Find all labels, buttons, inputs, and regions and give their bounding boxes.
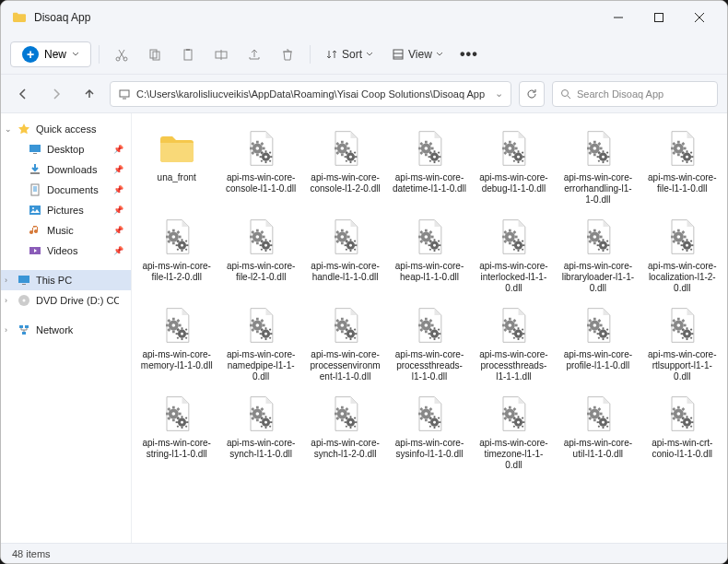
view-button[interactable]: View [384, 46, 451, 63]
svg-rect-407 [677, 318, 680, 321]
chevron-down-icon[interactable]: ⌄ [495, 88, 503, 100]
navigation-pane[interactable]: ⌄ Quick access Desktop📌 Downloads📌 Docum… [1, 113, 132, 543]
sidebar-this-pc[interactable]: › This PC [1, 270, 131, 290]
cut-button[interactable] [107, 40, 136, 69]
svg-rect-230 [515, 236, 518, 239]
file-item[interactable]: api-ms-win-core-handle-l1-1-0.dll [304, 211, 386, 298]
dll-file-icon [323, 303, 368, 347]
file-item[interactable]: api-ms-win-core-heap-l1-1-0.dll [388, 211, 470, 298]
label: Downloads [47, 164, 97, 175]
dll-file-icon [491, 215, 535, 259]
file-item[interactable]: api-ms-win-core-profile-l1-1-0.dll [557, 300, 639, 386]
more-button[interactable]: ••• [454, 40, 484, 69]
file-item[interactable]: api-ms-win-core-util-l1-1-0.dll [557, 388, 639, 475]
up-button[interactable] [76, 81, 102, 107]
refresh-button[interactable] [519, 81, 545, 107]
view-label: View [408, 48, 432, 61]
svg-rect-38 [265, 161, 267, 163]
chevron-down-icon[interactable]: ⌄ [5, 124, 12, 134]
file-name: api-ms-win-core-memory-l1-1-0.dll [139, 349, 214, 382]
sidebar-music[interactable]: Music📌 [1, 220, 131, 241]
svg-rect-528 [593, 419, 596, 422]
file-item[interactable]: api-ms-win-crt-conio-l1-1-0.dll [641, 388, 723, 475]
chevron-right-icon[interactable]: › [5, 325, 7, 335]
paste-button[interactable] [173, 40, 203, 69]
file-item[interactable]: api-ms-win-core-processthreads-l1-1-0.dl… [388, 300, 470, 386]
svg-rect-199 [344, 244, 346, 246]
file-item[interactable]: api-ms-win-core-rtlsupport-l1-1-0.dll [641, 300, 723, 386]
sidebar-documents[interactable]: Documents📌 [1, 180, 131, 200]
file-item[interactable]: api-ms-win-core-processthreads-l1-1-1.dl… [473, 300, 555, 386]
chevron-right-icon[interactable]: › [5, 276, 7, 285]
svg-point-16 [32, 207, 34, 209]
file-item[interactable]: api-ms-win-core-localization-l1-2-0.dll [641, 211, 723, 298]
svg-rect-127 [677, 141, 680, 144]
file-item[interactable]: api-ms-win-core-synch-l1-2-0.dll [304, 388, 386, 475]
svg-rect-130 [684, 147, 687, 150]
sidebar-pictures[interactable]: Pictures📌 [1, 200, 131, 220]
file-item[interactable]: api-ms-win-core-interlocked-l1-1-0.dll [473, 211, 555, 298]
forward-button[interactable] [43, 81, 69, 107]
sort-button[interactable]: Sort [318, 46, 381, 63]
svg-rect-170 [263, 236, 265, 239]
sidebar-dvd-drive[interactable]: › DVD Drive (D:) CCCC [1, 290, 131, 311]
svg-rect-329 [335, 324, 337, 327]
back-button[interactable] [10, 81, 36, 107]
file-item[interactable]: api-ms-win-core-debug-l1-1-0.dll [473, 123, 555, 209]
svg-rect-12 [33, 153, 37, 154]
path-text: C:\Users\karolisliucveikis\AppData\Roami… [136, 88, 485, 100]
file-item[interactable]: api-ms-win-core-sysinfo-l1-1-0.dll [388, 388, 470, 475]
titlebar[interactable]: Disoaq App [1, 1, 727, 34]
file-name: api-ms-win-core-sysinfo-l1-1-0.dll [392, 438, 466, 471]
file-item[interactable]: api-ms-win-core-errorhandling-l1-1-0.dll [557, 123, 639, 209]
file-item[interactable]: api-ms-win-core-synch-l1-1-0.dll [219, 388, 301, 475]
copy-button[interactable] [140, 40, 170, 69]
maximize-button[interactable] [639, 3, 679, 32]
file-item[interactable]: api-ms-win-core-string-l1-1-0.dll [135, 388, 217, 475]
file-item[interactable]: api-ms-win-core-libraryloader-l1-1-0.dll [557, 211, 639, 298]
sidebar-desktop[interactable]: Desktop📌 [1, 139, 131, 159]
minimize-button[interactable] [598, 3, 639, 32]
new-button[interactable]: + New [10, 41, 91, 67]
file-item[interactable]: api-ms-win-core-timezone-l1-1-0.dll [473, 388, 555, 475]
svg-rect-527 [593, 406, 596, 409]
file-item[interactable]: api-ms-win-core-console-l1-1-0.dll [219, 123, 301, 209]
file-item[interactable]: api-ms-win-core-datetime-l1-1-0.dll [388, 123, 470, 209]
close-button[interactable] [679, 3, 720, 32]
file-name: api-ms-win-core-handle-l1-1-0.dll [308, 261, 382, 294]
file-item[interactable]: api-ms-win-core-memory-l1-1-0.dll [135, 300, 217, 386]
file-item[interactable]: api-ms-win-core-file-l2-1-0.dll [219, 211, 301, 298]
chevron-right-icon[interactable]: › [5, 296, 7, 305]
svg-rect-59 [344, 156, 346, 158]
sidebar-quick-access[interactable]: ⌄ Quick access [1, 119, 131, 139]
svg-rect-540 [607, 421, 609, 423]
file-item[interactable]: api-ms-win-core-console-l1-2-0.dll [304, 123, 386, 209]
file-item[interactable]: api-ms-win-core-file-l1-1-0.dll [641, 123, 723, 209]
rename-button[interactable] [206, 40, 236, 69]
svg-rect-560 [691, 421, 693, 423]
file-name: api-ms-win-core-console-l1-2-0.dll [308, 172, 382, 206]
folder-item[interactable]: una_front [135, 123, 217, 209]
svg-rect-89 [503, 147, 506, 150]
sidebar-downloads[interactable]: Downloads📌 [1, 159, 131, 180]
share-button[interactable] [240, 40, 269, 69]
file-list[interactable]: una_frontapi-ms-win-core-console-l1-1-0.… [132, 113, 727, 543]
svg-rect-337 [349, 327, 351, 329]
sidebar-videos[interactable]: Videos📌 [1, 241, 131, 261]
svg-rect-78 [434, 161, 436, 163]
sidebar-network[interactable]: › Network [1, 320, 131, 340]
svg-rect-287 [172, 318, 175, 321]
address-bar[interactable]: C:\Users\karolisliucveikis\AppData\Roami… [110, 81, 511, 107]
svg-rect-300 [186, 333, 188, 335]
file-item[interactable]: api-ms-win-core-namedpipe-l1-1-0.dll [219, 300, 301, 386]
svg-point-126 [677, 147, 681, 150]
svg-rect-138 [687, 161, 688, 163]
file-item[interactable]: api-ms-win-core-file-l1-2-0.dll [135, 211, 217, 298]
file-name: api-ms-win-core-synch-l1-2-0.dll [308, 438, 382, 471]
delete-button[interactable] [273, 40, 302, 69]
file-item[interactable]: api-ms-win-core-processenvironment-l1-1-… [304, 300, 386, 386]
svg-rect-390 [600, 324, 603, 327]
new-label: New [44, 48, 66, 61]
separator [99, 45, 100, 64]
search-input[interactable]: Search Disoaq App [552, 81, 718, 107]
